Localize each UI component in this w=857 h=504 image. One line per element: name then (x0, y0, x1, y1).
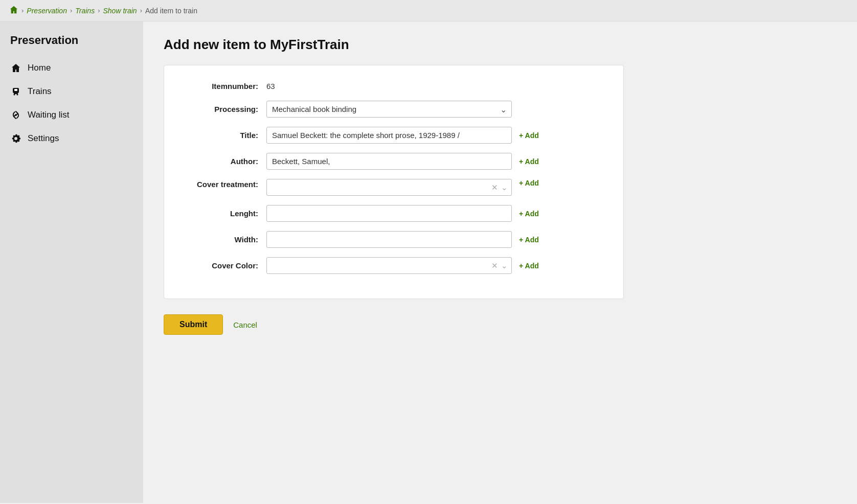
breadcrumb-home-link[interactable] (9, 5, 18, 16)
sidebar-item-trains-label: Trains (28, 86, 52, 97)
breadcrumb-trains[interactable]: Trains (75, 7, 95, 15)
processing-select-wrapper: Mechanical book binding Hand binding Dig… (266, 101, 512, 118)
title-label: Title: (185, 130, 266, 141)
length-input[interactable] (266, 205, 512, 222)
width-label: Width: (185, 234, 266, 245)
breadcrumb-sep-3: › (98, 7, 100, 14)
cover-color-label: Cover Color: (185, 260, 266, 271)
svg-point-2 (14, 94, 15, 96)
author-row: Author: + Add (185, 153, 603, 170)
home-icon (9, 5, 18, 14)
cover-color-select[interactable] (266, 257, 512, 274)
cover-color-row: Cover Color: ✕ ⌄ + Add (185, 257, 603, 274)
breadcrumb-sep-1: › (21, 7, 24, 14)
train-nav-icon (10, 86, 21, 97)
author-add-link[interactable]: + Add (519, 157, 539, 166)
sidebar-item-home-label: Home (28, 63, 51, 73)
sidebar-item-settings-label: Settings (28, 133, 59, 144)
home-nav-icon (10, 62, 21, 74)
itemnumber-row: Itemnumber: 63 (185, 81, 603, 91)
breadcrumb-preservation[interactable]: Preservation (27, 7, 67, 15)
cover-treatment-add-link[interactable]: + Add (519, 179, 539, 187)
breadcrumb-sep-4: › (140, 7, 142, 14)
author-input[interactable] (266, 153, 512, 170)
cover-color-add-link[interactable]: + Add (519, 262, 539, 270)
title-row: Title: + Add (185, 127, 603, 144)
itemnumber-label: Itemnumber: (185, 81, 266, 91)
form-actions: Submit Cancel (164, 314, 837, 340)
cover-treatment-label: Cover treatment: (185, 179, 266, 190)
cover-color-select-wrapper: ✕ ⌄ (266, 257, 512, 274)
sidebar-item-settings[interactable]: Settings (0, 127, 143, 150)
page-title: Add new item to MyFirstTrain (164, 37, 837, 53)
breadcrumb-sep-2: › (70, 7, 72, 14)
title-input[interactable] (266, 127, 512, 144)
sidebar: Preservation Home (0, 21, 143, 503)
length-label: Lenght: (185, 208, 266, 219)
breadcrumb-current: Add item to train (145, 7, 197, 15)
svg-point-3 (17, 94, 18, 96)
svg-rect-4 (14, 89, 17, 91)
sidebar-item-waiting-list[interactable]: Waiting list (0, 103, 143, 127)
width-input[interactable] (266, 231, 512, 248)
app-layout: Preservation Home (0, 21, 857, 503)
sidebar-item-trains[interactable]: Trains (0, 80, 143, 103)
breadcrumb-show-train[interactable]: Show train (103, 7, 137, 15)
cancel-button[interactable]: Cancel (233, 318, 257, 331)
submit-button[interactable]: Submit (164, 314, 223, 335)
length-row: Lenght: + Add (185, 205, 603, 222)
cover-treatment-select-wrapper: ✕ ⌄ (266, 179, 512, 196)
width-add-link[interactable]: + Add (519, 236, 539, 244)
itemnumber-value: 63 (266, 82, 297, 90)
main-content: Add new item to MyFirstTrain Itemnumber:… (143, 21, 857, 503)
processing-row: Processing: Mechanical book binding Hand… (185, 101, 603, 118)
cover-treatment-select[interactable] (266, 179, 512, 196)
author-label: Author: (185, 156, 266, 167)
processing-select[interactable]: Mechanical book binding Hand binding Dig… (266, 101, 512, 118)
breadcrumb: › Preservation › Trains › Show train › A… (0, 0, 857, 21)
sidebar-title: Preservation (0, 21, 143, 56)
sidebar-nav: Home Trains (0, 56, 143, 150)
processing-label: Processing: (185, 104, 266, 114)
title-add-link[interactable]: + Add (519, 131, 539, 140)
recycle-nav-icon (10, 109, 21, 121)
cover-treatment-row: Cover treatment: ✕ ⌄ + Add (185, 179, 603, 196)
sidebar-item-waiting-list-label: Waiting list (28, 110, 70, 120)
form-card: Itemnumber: 63 Processing: Mechanical bo… (164, 65, 624, 299)
width-row: Width: + Add (185, 231, 603, 248)
sidebar-item-home[interactable]: Home (0, 56, 143, 80)
length-add-link[interactable]: + Add (519, 210, 539, 218)
gear-nav-icon (10, 133, 21, 144)
